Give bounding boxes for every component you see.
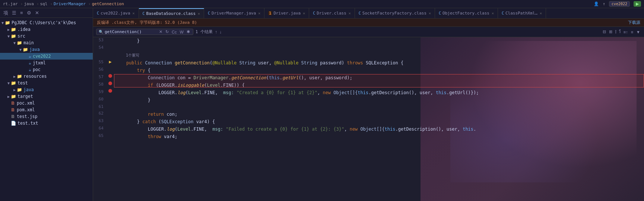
close-tab-objectfactory[interactable]: ✕ — [492, 11, 494, 15]
close-tab-driver-class[interactable]: ✕ — [349, 11, 351, 15]
tab-drivermanager[interactable]: C DriverManager.java ✕ — [204, 8, 264, 19]
path-drivermanager[interactable]: DriverManager — [54, 1, 86, 6]
toolbar-close-btn[interactable]: ✕ — [34, 10, 40, 16]
tree-label: poc — [33, 67, 41, 72]
tab-icon-driver-class: C — [313, 11, 315, 15]
line-num-59: 59 — [93, 89, 107, 94]
close-tab-classpathxml[interactable]: ✕ — [540, 11, 542, 15]
tree-item-resources[interactable]: ▶ 📁 resources — [0, 73, 93, 80]
path-rtjar: rt.jar — [3, 1, 18, 6]
tab-driver-java[interactable]: 1 Driver.java ✕ — [264, 8, 309, 19]
tree-label: PgJDBC C:\Users\c'x'k\Des — [12, 20, 76, 25]
line-num-overwrite — [93, 51, 107, 52]
line-num-63: 63 — [93, 118, 107, 123]
tab-label-driver-class: Driver.class — [317, 11, 346, 16]
tab-label-basedatasource: BaseDataSource.class — [146, 11, 196, 16]
tree-item-test-txt[interactable]: ▶ 📄 test.txt — [0, 120, 93, 127]
user-icon: 👤 — [594, 1, 599, 6]
line-num-58: 58 — [93, 82, 107, 87]
tree-label: java — [29, 47, 40, 52]
tree-item-main[interactable]: ▼ 📁 main — [0, 39, 93, 46]
search-case-btn[interactable]: Cc — [171, 30, 177, 34]
close-tab-socketfactory[interactable]: ✕ — [429, 11, 431, 15]
tree-label: test — [18, 80, 28, 86]
line-num-57: 57 — [93, 74, 107, 79]
breakpoint-58[interactable] — [108, 82, 112, 85]
tree-item-target[interactable]: ▶ 📁 target — [0, 93, 93, 100]
search-close-btn[interactable]: ✕ — [158, 29, 163, 34]
search-next-btn[interactable]: ↓ — [219, 29, 222, 35]
tree-item-poc-xml[interactable]: ▶ 🗎 poc.xml — [0, 100, 93, 106]
sep3: › — [50, 1, 53, 6]
expand-arrow: ▼ — [7, 81, 10, 85]
line-num-61: 61 — [93, 104, 107, 109]
tree-item-pgjdbc[interactable]: ▼ 📁 PgJDBC C:\Users\c'x'k\Des — [0, 19, 93, 26]
tab-classpathxml[interactable]: C ClassPathXml… ✕ — [498, 8, 546, 19]
tab-objectfactory[interactable]: C ObjectFactory.class ✕ — [435, 8, 498, 19]
search-refresh-btn[interactable]: ↻ — [165, 29, 169, 34]
tree-item-cve2022[interactable]: ▶ ☕ cve2022 — [0, 53, 93, 60]
tree-item-src[interactable]: ▼ 📁 src — [0, 33, 93, 39]
main-layout: 项 ☰ ≡ ⚙ ✕ ▼ 📁 PgJDBC C:\Users\c'x'k\Des … — [0, 8, 644, 201]
toolbar-menu-btn[interactable]: ☰ — [11, 10, 18, 16]
folder-icon: 📁 — [11, 80, 16, 86]
path-getconnection[interactable]: getConnection — [92, 1, 124, 6]
code-55: public Connection getConnection(@Nullabl… — [114, 59, 644, 67]
toolbar-project-btn[interactable]: 项 — [2, 9, 9, 17]
tab-label-classpathxml: ClassPathXml… — [505, 11, 537, 16]
tab-label-drivermanager: DriverManager.java — [212, 11, 256, 16]
tree-item-test-jsp[interactable]: ▶ 🗎 test.jsp — [0, 113, 93, 120]
folder-icon: 📁 — [17, 87, 22, 92]
breakpoint-59[interactable] — [108, 89, 112, 93]
expand-arrow: ▼ — [7, 34, 10, 38]
code-editor[interactable]: 53 } 54 1个重写 — [93, 37, 644, 201]
java-file-icon: ☕ — [29, 67, 31, 72]
tab-basedatasource[interactable]: C BaseDataSource.class ✕ — [139, 8, 204, 19]
folder-icon: 📁 — [11, 34, 16, 39]
search-icon-filter[interactable]: ▼ — [635, 29, 641, 34]
close-tab-basedatasource[interactable]: ✕ — [198, 12, 200, 16]
tabs-bar: C cve2022.java ✕ C BaseDataSource.class … — [93, 8, 644, 19]
run-button[interactable]: ▶ — [634, 1, 641, 7]
close-tab-drivermanager[interactable]: ✕ — [258, 11, 260, 15]
toolbar-list-btn[interactable]: ≡ — [19, 10, 24, 16]
tab-driver-class[interactable]: C Driver.class ✕ — [309, 8, 355, 19]
search-icon-1[interactable]: ⊟ — [602, 29, 607, 34]
file-tree: ▼ 📁 PgJDBC C:\Users\c'x'k\Des ▶ 📁 .idea … — [0, 18, 93, 201]
code-line-55: 55 ▶ public Connection getConnection(@Nu… — [93, 59, 644, 67]
code-line-64: 64 LOGGER.log(Level.FINE, msg: "Failed t… — [93, 125, 644, 133]
search-regex-btn[interactable]: ✱ — [186, 29, 191, 34]
tree-item-poc[interactable]: ▶ ☕ poc — [0, 66, 93, 73]
close-tab-cve2022[interactable]: ✕ — [133, 11, 135, 15]
search-icon-6[interactable]: ≡ — [630, 29, 634, 34]
folder-icon: 📁 — [17, 74, 22, 79]
tree-item-java-main[interactable]: ▼ 📁 java — [0, 46, 93, 53]
tree-item-pom-xml[interactable]: ▶ 🗎 pom.xml — [0, 106, 93, 113]
toolbar-settings-btn[interactable]: ⚙ — [26, 10, 32, 16]
code-62: return con; — [114, 111, 644, 118]
search-icon-4[interactable]: Ī̄ — [619, 29, 621, 34]
branch-badge[interactable]: cve2022 — [609, 1, 630, 7]
sidebar-toolbar: 项 ☰ ≡ ⚙ ✕ — [0, 8, 93, 18]
close-tab-driver-java[interactable]: ✕ — [303, 11, 305, 15]
tree-item-java-test[interactable]: ▶ 📁 java — [0, 86, 93, 93]
code-60: } — [114, 96, 644, 104]
code-53: } — [114, 37, 644, 45]
tree-item-test[interactable]: ▼ 📁 test — [0, 80, 93, 86]
code-63: } catch (SQLException var4) { — [114, 118, 644, 125]
search-icon-3[interactable]: Ī — [615, 29, 617, 34]
tree-item-idea[interactable]: ▶ 📁 .idea — [0, 26, 93, 33]
tree-item-jtxml[interactable]: ▶ ☕ jtxml — [0, 60, 93, 66]
search-word-btn[interactable]: W — [179, 30, 184, 34]
search-icon-2[interactable]: ⊞ — [608, 29, 613, 34]
search-input[interactable] — [105, 29, 157, 34]
search-prev-btn[interactable]: ↑ — [215, 29, 217, 35]
download-source-link[interactable]: 下载源 — [628, 20, 640, 25]
tab-cve2022[interactable]: C cve2022.java ✕ — [93, 8, 139, 19]
line-num-56: 56 — [93, 67, 107, 72]
breakpoint-57[interactable] — [108, 74, 112, 78]
tree-label: .idea — [18, 27, 31, 32]
search-icon-5[interactable]: ≡↑ — [623, 29, 629, 34]
code-57: Connection con = DriverManager.getConnec… — [114, 74, 644, 82]
tab-socketfactory[interactable]: C SocketFactoryFactory.class ✕ — [355, 8, 435, 19]
